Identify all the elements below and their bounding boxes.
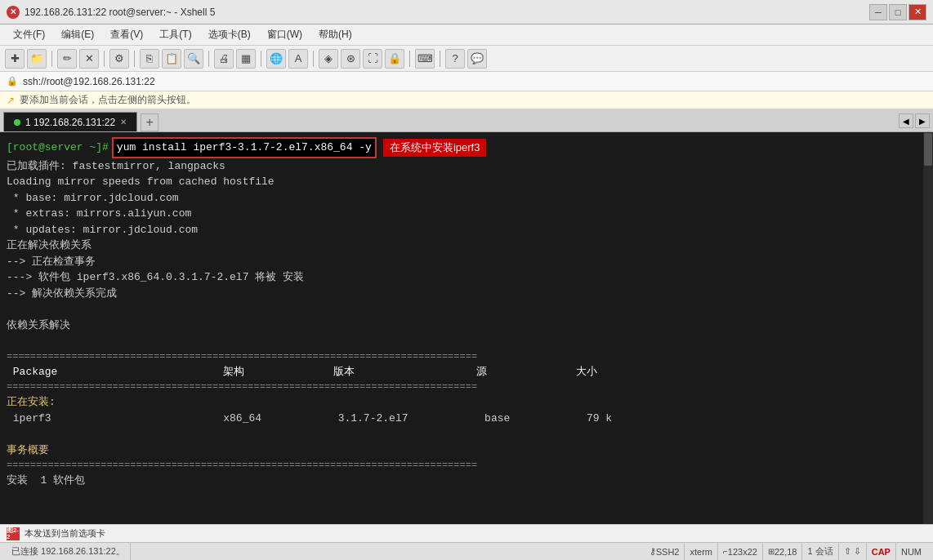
command-annotation: 在系统中安装iperf3 xyxy=(383,139,487,157)
paste-button[interactable]: 📋 xyxy=(162,49,181,69)
cap-text: CAP xyxy=(872,547,891,557)
status-arrows: ⇧ ⇩ xyxy=(839,543,867,560)
output-line-2: Loading mirror speeds from cached hostfi… xyxy=(7,174,926,190)
output-line-8: ---> 软件包 iperf3.x86_64.0.3.1.7-2.el7 将被 … xyxy=(7,269,926,286)
menu-window[interactable]: 窗口(W) xyxy=(261,26,309,43)
terminal[interactable]: [root@server ~]# yum install iperf3-3.1.… xyxy=(0,132,933,524)
help-button[interactable]: ? xyxy=(445,49,465,69)
tab-prev-button[interactable]: ◀ xyxy=(899,113,913,128)
status-protocol: ⚷ SSH2 xyxy=(645,543,685,560)
terminal-section: [root@server ~]# yum install iperf3-3.1.… xyxy=(0,132,933,524)
keyboard-button[interactable]: ⌨ xyxy=(415,49,435,69)
toolbar-separator-3 xyxy=(134,51,135,67)
toolbar: ✚ 📁 ✏ ✕ ⚙ ⎘ 📋 🔍 🖨 ▦ 🌐 A ◈ ⊛ ⛶ 🔒 ⌨ ? 💬 xyxy=(0,46,933,72)
minimize-button[interactable]: ─ xyxy=(869,4,887,20)
status-position-text: 22,18 xyxy=(775,547,797,557)
chat-button[interactable]: 💬 xyxy=(467,49,487,69)
table-header: Package 架构 版本 源 大小 xyxy=(7,364,926,380)
window-controls: ─ □ ✕ xyxy=(869,4,926,20)
prompt: [root@server ~]# xyxy=(7,140,109,156)
bottom-notification: 图2-2 本发送到当前选项卡 xyxy=(0,524,933,542)
close-button[interactable]: ✕ xyxy=(908,4,926,20)
status-num: NUM xyxy=(896,543,926,560)
layout-button[interactable]: ▦ xyxy=(236,49,256,69)
status-sessions: 1 会话 xyxy=(802,543,838,560)
font-button[interactable]: A xyxy=(288,49,308,69)
script-button[interactable]: ◈ xyxy=(319,49,338,69)
find-button[interactable]: 🔍 xyxy=(184,49,203,69)
summary-label: 事务概要 xyxy=(7,442,926,459)
maximize-button[interactable]: □ xyxy=(889,4,907,20)
app-icon: ✕ xyxy=(7,6,20,19)
delete-button[interactable]: ✕ xyxy=(79,49,99,69)
status-position: ⊞ 22,18 xyxy=(763,543,803,560)
menu-tools[interactable]: 工具(T) xyxy=(153,26,198,43)
toolbar-separator-7 xyxy=(409,51,410,67)
status-dimensions-text: 123x22 xyxy=(728,547,757,557)
title-bar: ✕ 192.168.26.131:22 root@server:~ - Xshe… xyxy=(0,0,933,24)
menu-view[interactable]: 查看(V) xyxy=(104,26,150,43)
status-terminal-text: xterm xyxy=(690,547,712,557)
address-icon: 🔒 xyxy=(7,76,18,87)
status-sessions-text: 1 会话 xyxy=(807,545,833,558)
toolbar-separator-4 xyxy=(208,51,209,67)
toolbar-separator-5 xyxy=(261,51,261,67)
tab-indicator xyxy=(14,119,20,126)
separator-3: ========================================… xyxy=(7,458,926,473)
output-line-7: --> 正在检查事务 xyxy=(7,254,926,270)
banner-icon: ↗ xyxy=(7,95,15,106)
lock-button[interactable]: 🔒 xyxy=(385,49,404,69)
print-button[interactable]: 🖨 xyxy=(214,49,234,69)
open-button[interactable]: 📁 xyxy=(27,49,47,69)
installing-label: 正在安装: xyxy=(7,394,926,411)
network-button[interactable]: 🌐 xyxy=(266,49,286,69)
command-line: [root@server ~]# yum install iperf3-3.1.… xyxy=(7,137,926,158)
edit-button[interactable]: ✏ xyxy=(57,49,77,69)
install-count: 安装 1 软件包 xyxy=(7,473,926,489)
tab-label: 1 192.168.26.131:22 xyxy=(25,117,115,128)
notification-text: 本发送到当前选项卡 xyxy=(25,527,105,540)
banner-text: 要添加当前会话，点击左侧的箭头按钮。 xyxy=(20,93,196,107)
command-text: yum install iperf3-3.1.7-2.el7.x86_64 -y xyxy=(112,137,377,158)
status-protocol-text: SSH2 xyxy=(656,547,680,557)
installing-row: iperf3 x86_64 3.1.7-2.el7 base 79 k xyxy=(7,411,926,427)
menu-file[interactable]: 文件(F) xyxy=(7,26,51,43)
separator-2: ========================================… xyxy=(7,380,926,394)
status-connection: 已连接 192.168.26.131:22。 xyxy=(7,543,131,560)
output-blank-3 xyxy=(7,426,926,442)
tab-add-button[interactable]: + xyxy=(141,113,158,131)
separator-1: ========================================… xyxy=(7,349,926,364)
output-blank-2 xyxy=(7,333,926,349)
macro-button[interactable]: ⊛ xyxy=(341,49,360,69)
terminal-scrollbar[interactable] xyxy=(923,132,933,524)
output-line-1: 已加载插件: fastestmirror, langpacks xyxy=(7,158,926,175)
status-terminal: xterm xyxy=(685,543,718,560)
output-line-3: * base: mirror.jdcloud.com xyxy=(7,190,926,207)
menu-help[interactable]: 帮助(H) xyxy=(312,26,359,43)
tab-close-button[interactable]: ✕ xyxy=(120,118,127,127)
menu-edit[interactable]: 编辑(E) xyxy=(55,26,100,43)
address-url[interactable]: ssh://root@192.168.26.131:22 xyxy=(23,76,155,87)
copy-button[interactable]: ⎘ xyxy=(140,49,159,69)
address-bar: 🔒 ssh://root@192.168.26.131:22 xyxy=(0,72,933,91)
toolbar-separator-2 xyxy=(104,51,105,67)
menu-bar: 文件(F) 编辑(E) 查看(V) 工具(T) 选项卡(B) 窗口(W) 帮助(… xyxy=(0,24,933,46)
status-dimensions: ⌐ 123x22 xyxy=(718,543,763,560)
output-line-9: --> 解决依赖关系完成 xyxy=(7,286,926,302)
toolbar-separator-1 xyxy=(51,51,52,67)
menu-tabs[interactable]: 选项卡(B) xyxy=(202,26,257,43)
output-line-4: * extras: mirrors.aliyun.com xyxy=(7,206,926,222)
settings-button[interactable]: ⚙ xyxy=(109,49,129,69)
tab-active[interactable]: 1 192.168.26.131:22 ✕ xyxy=(3,112,137,131)
num-text: NUM xyxy=(901,547,922,557)
toolbar-separator-8 xyxy=(440,51,440,67)
new-button[interactable]: ✚ xyxy=(5,49,25,69)
tab-bar: 1 192.168.26.131:22 ✕ + ◀ ▶ xyxy=(0,109,933,132)
fullscreen-button[interactable]: ⛶ xyxy=(363,49,382,69)
tab-next-button[interactable]: ▶ xyxy=(915,113,930,128)
status-cap: CAP xyxy=(867,543,896,560)
tab-navigation: ◀ ▶ xyxy=(899,113,930,128)
output-line-6: 正在解决依赖关系 xyxy=(7,238,926,254)
terminal-inner: [root@server ~]# yum install iperf3-3.1.… xyxy=(0,132,933,524)
title-text: 192.168.26.131:22 root@server:~ - Xshell… xyxy=(25,7,869,18)
